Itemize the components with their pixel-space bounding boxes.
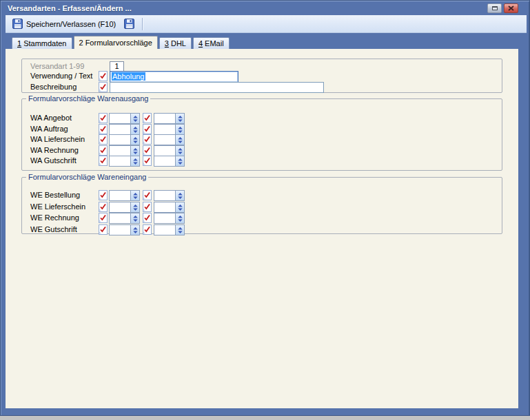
spin-arrows-icon[interactable] xyxy=(130,225,139,235)
spinner-1[interactable] xyxy=(109,156,140,167)
spinner-2[interactable] xyxy=(154,202,185,213)
spin-arrows-icon[interactable] xyxy=(175,114,184,123)
spinner-value[interactable] xyxy=(110,213,130,223)
save-exit-button[interactable]: Speichern/Verlassen (F10) xyxy=(8,17,120,31)
spinner-1[interactable] xyxy=(109,224,140,235)
groupbox-warenausgang: Formularvorschläge Warenausgang WA Angeb… xyxy=(21,98,502,171)
spin-arrows-icon[interactable] xyxy=(175,202,184,212)
spin-arrows-icon[interactable] xyxy=(130,191,139,200)
spinner-1[interactable] xyxy=(109,134,140,145)
spinner-value[interactable] xyxy=(110,114,130,123)
spin-arrows-icon[interactable] xyxy=(130,202,139,212)
check-button-1[interactable] xyxy=(99,156,108,166)
spinner-value[interactable] xyxy=(110,156,130,166)
check-button-1[interactable] xyxy=(99,224,108,235)
check-button-1[interactable] xyxy=(99,190,108,200)
check-button-2[interactable] xyxy=(143,124,152,134)
spinner-2[interactable] xyxy=(154,190,185,201)
tab-dhl[interactable]: 3 DHL xyxy=(159,37,192,49)
tab-label: DHL xyxy=(171,39,186,48)
spin-arrows-icon[interactable] xyxy=(130,156,139,166)
check-button-2[interactable] xyxy=(143,224,152,235)
spin-arrows-icon[interactable] xyxy=(130,114,139,123)
spinner-2[interactable] xyxy=(154,156,185,167)
spinner-value[interactable] xyxy=(110,191,130,200)
red-check-icon xyxy=(143,114,151,123)
spinner-value[interactable] xyxy=(154,213,175,223)
spinner-value[interactable] xyxy=(154,114,175,123)
spinner-value[interactable] xyxy=(110,225,130,235)
check-button-1[interactable] xyxy=(99,134,108,145)
spin-arrows-icon[interactable] xyxy=(175,191,184,200)
save-button[interactable] xyxy=(120,17,139,31)
spinner-value[interactable] xyxy=(154,225,175,235)
spin-arrows-icon[interactable] xyxy=(175,146,184,156)
row-wa-lieferschein: WA Lieferschein xyxy=(22,134,502,145)
maximize-button[interactable] xyxy=(487,3,502,13)
check-button-2[interactable] xyxy=(143,134,152,145)
check-button-2[interactable] xyxy=(143,113,152,123)
spinner-value[interactable] xyxy=(110,125,130,134)
spinner-2[interactable] xyxy=(154,124,185,135)
title-bar[interactable]: Versandarten - Erfassen/Ändern ... xyxy=(1,1,529,15)
versandart-value-field[interactable]: 1 xyxy=(110,61,124,72)
selected-text: Abholung xyxy=(112,72,145,81)
check-button-1[interactable] xyxy=(99,124,108,134)
spin-arrows-icon[interactable] xyxy=(175,156,184,166)
spinner-1[interactable] xyxy=(109,113,140,124)
spinner-value[interactable] xyxy=(154,135,175,145)
spinner-2[interactable] xyxy=(154,224,185,235)
tab-label: Stammdaten xyxy=(23,39,66,48)
verwendung-input[interactable]: Abholung xyxy=(110,71,238,83)
spin-arrows-icon[interactable] xyxy=(130,213,139,223)
check-button-1[interactable] xyxy=(99,202,108,212)
spin-arrows-icon[interactable] xyxy=(130,135,139,145)
spin-arrows-icon[interactable] xyxy=(130,125,139,134)
red-check-icon xyxy=(99,191,107,200)
spinner-value[interactable] xyxy=(154,156,175,166)
spin-arrows-icon[interactable] xyxy=(175,213,184,223)
red-check-icon xyxy=(99,125,107,134)
close-button[interactable] xyxy=(504,3,518,13)
check-button-1[interactable] xyxy=(99,113,108,123)
spinner-2[interactable] xyxy=(154,134,185,145)
check-button-1[interactable] xyxy=(99,213,108,223)
spinner-1[interactable] xyxy=(109,202,140,213)
spinner-value[interactable] xyxy=(154,146,175,156)
tab-email[interactable]: 4 EMail xyxy=(193,37,230,49)
spinner-value[interactable] xyxy=(110,202,130,212)
spinner-1[interactable] xyxy=(109,124,140,135)
spinner-value[interactable] xyxy=(154,125,175,134)
spinner-2[interactable] xyxy=(154,113,185,124)
check-button-2[interactable] xyxy=(143,156,152,166)
check-button-2[interactable] xyxy=(143,213,152,223)
check-button-1[interactable] xyxy=(99,145,108,156)
spinner-value[interactable] xyxy=(154,202,175,212)
red-check-icon xyxy=(143,213,151,222)
check-button-2[interactable] xyxy=(143,190,152,200)
red-check-icon xyxy=(99,72,107,81)
spinner-value[interactable] xyxy=(110,146,130,156)
beschreibung-check-button[interactable] xyxy=(99,82,108,92)
spinner-1[interactable] xyxy=(109,190,140,201)
spinner-2[interactable] xyxy=(154,145,185,156)
spinner-1[interactable] xyxy=(109,213,140,224)
check-button-2[interactable] xyxy=(143,202,152,212)
spin-arrows-icon[interactable] xyxy=(130,146,139,156)
spinner-1[interactable] xyxy=(109,145,140,156)
spinner-value[interactable] xyxy=(110,135,130,145)
check-button-2[interactable] xyxy=(143,145,152,156)
row-label: WA Angebot xyxy=(30,114,72,122)
spin-arrows-icon[interactable] xyxy=(175,125,184,134)
tab-content-panel: Versandart 1-99 1 Verwendung / Text Abho… xyxy=(6,49,518,408)
spinner-2[interactable] xyxy=(154,213,185,224)
red-check-icon xyxy=(143,135,151,144)
tab-formularvorschlaege[interactable]: 2 Formularvorschläge xyxy=(74,36,158,49)
spin-arrows-icon[interactable] xyxy=(175,225,184,235)
row-label: WE Lieferschein xyxy=(30,202,85,211)
spin-arrows-icon[interactable] xyxy=(175,135,184,145)
beschreibung-input[interactable] xyxy=(110,82,324,93)
verwendung-check-button[interactable] xyxy=(99,71,108,81)
spinner-value[interactable] xyxy=(154,191,175,200)
tab-stammdaten[interactable]: 1 Stammdaten xyxy=(12,37,72,49)
